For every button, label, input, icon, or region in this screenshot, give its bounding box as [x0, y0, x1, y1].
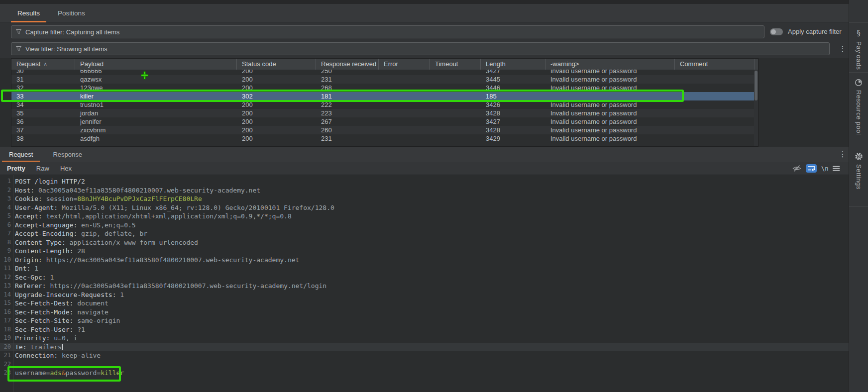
- request-text-segment: u=0, i: [54, 334, 77, 342]
- hide-highlights-eye-slash-icon[interactable]: [792, 165, 801, 172]
- mode-hex[interactable]: Hex: [60, 165, 72, 172]
- resource-pool-icon: [855, 79, 863, 87]
- line-number: 22: [0, 360, 11, 369]
- tab-results[interactable]: Results: [11, 4, 46, 22]
- mode-pretty[interactable]: Pretty: [7, 165, 25, 172]
- cell-payload: 666666: [75, 70, 237, 75]
- column-header--warning-[interactable]: -warning>: [545, 59, 675, 70]
- cell-response: 267: [316, 117, 379, 126]
- cell-response: 223: [316, 109, 379, 117]
- table-row-request-33[interactable]: 33killer302181185: [11, 92, 754, 100]
- table-row-request-31[interactable]: 31qazwsx2002313445Invalid username or pa…: [11, 75, 754, 84]
- capture-filter-bar[interactable]: Capture filter: Capturing all items: [11, 25, 764, 38]
- sidebar-item-payloads[interactable]: §Payloads: [849, 23, 868, 73]
- table-row-request-35[interactable]: 35jordan2002233428Invalid username or pa…: [11, 109, 754, 117]
- request-text-segment: Referer:: [15, 282, 50, 290]
- editor-toolbar: \n: [792, 162, 840, 175]
- view-filter-label: View filter: Showing all items: [25, 45, 108, 53]
- request-text-segment: keep-alive: [62, 352, 101, 359]
- column-header-error[interactable]: Error: [379, 59, 430, 70]
- message-panel-menu-dots[interactable]: ⋮: [838, 147, 847, 162]
- cell-length: 3428: [481, 126, 545, 134]
- table-row-request-32[interactable]: 32123qwe2002683446Invalid username or pa…: [11, 84, 754, 92]
- sidebar-item-resource-pool[interactable]: Resource pool: [849, 73, 868, 146]
- editor-menu-hamburger-icon[interactable]: [833, 166, 840, 171]
- column-header-response-received[interactable]: Response received: [316, 59, 379, 70]
- message-tab-bar: RequestResponse: [0, 147, 849, 162]
- request-text-segment: same-origin: [77, 317, 120, 324]
- request-text-segment: document: [77, 299, 108, 307]
- tab-response[interactable]: Response: [46, 147, 89, 162]
- show-newlines-icon[interactable]: \n: [821, 165, 828, 172]
- mode-raw[interactable]: Raw: [36, 165, 49, 172]
- cell-length: 3427: [481, 70, 545, 75]
- cell-length: 3427: [481, 117, 545, 126]
- request-text-segment: Accept-Encoding:: [15, 230, 81, 237]
- sidebar-item-settings[interactable]: Settings: [849, 146, 868, 207]
- request-text-segment: username=: [15, 369, 50, 377]
- cell-payload: jordan: [75, 109, 237, 117]
- cell-warning: Invalid username or password: [545, 70, 675, 75]
- column-header-payload[interactable]: Payload: [75, 59, 237, 70]
- burp-intruder-attack-window: ResultsPositions Capture filter: Capturi…: [0, 0, 868, 392]
- line-number: 16: [0, 308, 11, 317]
- view-filter-bar[interactable]: View filter: Showing all items: [11, 42, 830, 55]
- request-text-segment: Content-Length:: [15, 247, 77, 255]
- cell-length: 3446: [481, 84, 545, 92]
- request-line-19: 19Priority: u=0, i: [0, 334, 849, 343]
- request-line-3: 3Cookie: session=8BnJHY4BcuPvDPJxCazFlFE…: [0, 195, 849, 203]
- cell-warning: Invalid username or password: [545, 109, 675, 117]
- table-vertical-scrollbar[interactable]: [754, 70, 758, 146]
- request-text-segment: ads: [50, 369, 61, 377]
- table-row-request-36[interactable]: 36jennifer2002673427Invalid username or …: [11, 117, 754, 126]
- tab-positions[interactable]: Positions: [51, 4, 92, 22]
- cell-comment: [675, 109, 754, 117]
- request-text-segment: Origin:: [15, 256, 46, 264]
- request-line-16: 16Sec-Fetch-Mode: navigate: [0, 308, 849, 317]
- line-number: 2: [0, 186, 11, 195]
- column-header-comment[interactable]: Comment: [675, 59, 755, 70]
- cell-status: 200: [237, 75, 316, 84]
- request-text-segment: session=: [46, 195, 78, 202]
- table-row-request-34[interactable]: 34trustno12002223426Invalid username or …: [11, 100, 754, 109]
- scrollbar-thumb[interactable]: [755, 71, 758, 100]
- soft-word-wrap-icon[interactable]: [806, 164, 817, 173]
- request-text-segment: Mozilla/5.0 (X11; Linux x86_64; rv:128.0…: [62, 204, 334, 211]
- settings-gear-icon: [855, 152, 863, 161]
- request-line-17: 17Sec-Fetch-Site: same-origin: [0, 316, 849, 325]
- column-header-length[interactable]: Length: [481, 59, 545, 70]
- cell-error: [379, 109, 430, 117]
- cell-payload: qazwsx: [75, 75, 237, 84]
- request-text-segment: en-US,en;q=0.5: [81, 221, 136, 229]
- cell-timeout: [430, 75, 481, 84]
- table-row-request-38[interactable]: 38asdfgh2002313429Invalid username or pa…: [11, 134, 754, 143]
- column-header-request[interactable]: Request∧: [11, 59, 75, 70]
- request-editor[interactable]: 1POST /login HTTP/22Host: 0ac3005a043ef1…: [0, 175, 849, 392]
- request-text-segment: Host:: [15, 187, 38, 194]
- view-filter-menu-dots[interactable]: ⋮: [838, 42, 847, 55]
- line-number: 13: [0, 282, 11, 291]
- table-row-request-30[interactable]: 306666662002503427Invalid username or pa…: [11, 70, 754, 75]
- request-text-segment: &: [62, 369, 66, 377]
- request-text-segment: 8BnJHY4BcuPvDPJxCazFlFErpCE80LRe: [77, 195, 202, 202]
- results-table: Request∧PayloadStatus codeResponse recei…: [11, 58, 759, 147]
- request-line-8: 8Content-Type: application/x-www-form-ur…: [0, 238, 849, 247]
- tab-request[interactable]: Request: [2, 147, 40, 162]
- column-header-status-code[interactable]: Status code: [237, 59, 316, 70]
- line-number: 19: [0, 334, 11, 343]
- cell-timeout: [430, 117, 481, 126]
- line-number: 18: [0, 325, 11, 334]
- cell-response: 181: [316, 92, 379, 100]
- request-text-segment: https://0ac3005a043ef11a83580f4800210007…: [50, 282, 326, 290]
- cell-request: 35: [11, 109, 75, 117]
- request-line-7: 7Accept-Encoding: gzip, deflate, br: [0, 229, 849, 238]
- results-table-header: Request∧PayloadStatus codeResponse recei…: [11, 59, 758, 70]
- results-table-body: 306666662002503427Invalid username or pa…: [11, 70, 754, 146]
- table-row-request-37[interactable]: 37zxcvbnm2002603428Invalid username or p…: [11, 126, 754, 134]
- apply-capture-filter-toggle[interactable]: [770, 28, 783, 35]
- cell-warning: Invalid username or password: [545, 100, 675, 109]
- request-text-segment: Te:: [15, 343, 30, 351]
- cell-status: 200: [237, 70, 316, 75]
- cell-timeout: [430, 92, 481, 100]
- column-header-timeout[interactable]: Timeout: [430, 59, 481, 70]
